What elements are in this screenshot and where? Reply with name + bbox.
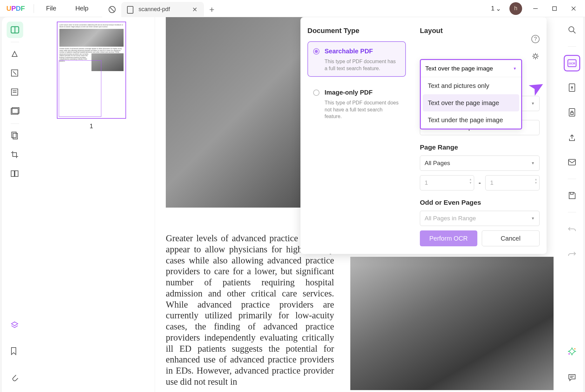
email-tool[interactable] xyxy=(564,154,580,170)
ai-sparkle-icon xyxy=(567,347,577,356)
ai-tool[interactable] xyxy=(564,343,580,360)
document-canvas[interactable]: − 25% ▾ + Greater levels of advanced pra… xyxy=(155,17,583,392)
app-logo: UPDF xyxy=(0,4,31,13)
window-maximize-button[interactable] xyxy=(546,1,563,16)
range-from-stepper[interactable]: ▲▼ xyxy=(469,178,472,184)
help-button[interactable]: ? xyxy=(531,35,540,43)
bookmark-tool[interactable] xyxy=(7,343,23,360)
thumbnail-page-number: 1 xyxy=(90,123,93,130)
attachment-tool[interactable] xyxy=(7,369,23,386)
save-tool[interactable] xyxy=(564,187,580,204)
organize-tool[interactable] xyxy=(7,103,23,120)
pages-tool[interactable] xyxy=(7,128,23,144)
tab-blank[interactable] xyxy=(102,2,121,17)
compare-tool[interactable] xyxy=(7,166,23,182)
doc-type-searchable[interactable]: Searchable PDF This type of PDF document… xyxy=(307,41,406,77)
highlighter-icon xyxy=(10,50,20,59)
titlebar: UPDF File Help scanned-pdf ✕ ＋ 1 ⌄ h xyxy=(0,0,585,17)
layers-tool[interactable] xyxy=(7,317,23,334)
reader-tool[interactable] xyxy=(7,22,23,38)
range-from-value: 1 xyxy=(425,179,428,186)
range-to-stepper[interactable]: ▲▼ xyxy=(535,178,537,184)
page-thumbnail-1[interactable]: Lorem ipsum dolor sit amet consectetur a… xyxy=(57,22,126,119)
export-icon xyxy=(568,83,576,93)
compare-icon xyxy=(10,169,20,179)
form-tool[interactable] xyxy=(7,84,23,101)
page-range-heading: Page Range xyxy=(420,143,540,151)
svg-point-20 xyxy=(569,27,574,32)
highlight-tool[interactable] xyxy=(7,46,23,63)
odd-even-select[interactable]: All Pages in Range ▼ xyxy=(420,211,540,226)
right-toolbar: OCR xyxy=(559,17,585,392)
organize-icon xyxy=(10,107,20,116)
maximize-icon xyxy=(552,6,557,11)
svg-rect-15 xyxy=(12,132,16,138)
svg-point-29 xyxy=(568,353,570,355)
separator xyxy=(568,212,576,212)
thumbnail-selection-box xyxy=(59,60,101,117)
undo-tool[interactable] xyxy=(564,221,580,237)
page-photo-2 xyxy=(350,257,554,390)
tab-new-button[interactable]: ＋ xyxy=(204,2,220,17)
comment-tool[interactable] xyxy=(564,369,580,386)
search-icon xyxy=(568,25,576,34)
form-icon xyxy=(10,88,20,97)
ocr-panel-left: Document Type Searchable PDF This type o… xyxy=(300,27,413,254)
doc-type-searchable-desc: This type of PDF document has a full tex… xyxy=(325,58,400,72)
radio-image-only[interactable] xyxy=(313,90,319,96)
range-to-input[interactable]: 1 ▲▼ xyxy=(485,175,540,190)
left-toolbar xyxy=(2,17,28,392)
layout-heading: Layout xyxy=(420,27,540,35)
tab-close-button[interactable]: ✕ xyxy=(192,6,198,13)
radio-searchable[interactable] xyxy=(313,48,319,55)
crop-tool[interactable] xyxy=(7,147,23,163)
window-count-dropdown[interactable]: 1 ⌄ xyxy=(487,5,505,12)
svg-point-28 xyxy=(574,348,575,349)
layout-option-1[interactable]: Text over the page image xyxy=(423,94,519,111)
comment-icon xyxy=(568,373,576,382)
chevron-down-icon: ⌄ xyxy=(496,5,501,12)
pdf-doc-icon xyxy=(127,6,133,13)
tab-scanned-pdf[interactable]: scanned-pdf ✕ xyxy=(121,2,204,17)
doc-type-image-only-desc: This type of PDF document does not have … xyxy=(325,99,400,120)
separator xyxy=(11,123,19,124)
page-range-value: All Pages xyxy=(425,160,450,167)
menu-help[interactable]: Help xyxy=(66,5,98,12)
redo-icon xyxy=(568,250,576,257)
edit-text-icon xyxy=(10,69,20,78)
menu-file[interactable]: File xyxy=(37,5,66,12)
chevron-down-icon: ▼ xyxy=(531,216,535,221)
svg-rect-18 xyxy=(15,171,18,176)
perform-ocr-button[interactable]: Perform OCR xyxy=(420,230,477,246)
export-tool[interactable] xyxy=(564,80,580,96)
workspace: Lorem ipsum dolor sit amet consectetur a… xyxy=(2,17,583,392)
page-range-select[interactable]: All Pages ▼ xyxy=(420,156,540,171)
edit-text-tool[interactable] xyxy=(7,65,23,82)
doc-type-searchable-title: Searchable PDF xyxy=(325,48,400,55)
settings-button[interactable] xyxy=(531,52,540,62)
svg-rect-17 xyxy=(11,171,14,176)
ocr-tool[interactable]: OCR xyxy=(564,55,580,71)
window-close-button[interactable] xyxy=(565,1,582,16)
layout-option-0[interactable]: Text and pictures only xyxy=(421,77,521,94)
share-tool[interactable] xyxy=(564,129,580,146)
search-tool[interactable] xyxy=(564,22,580,38)
gear-icon xyxy=(531,52,540,60)
crop-icon xyxy=(10,150,20,160)
protect-tool[interactable] xyxy=(564,104,580,121)
range-from-input[interactable]: 1 ▲▼ xyxy=(420,175,474,190)
window-minimize-button[interactable] xyxy=(527,1,544,16)
range-to-value: 1 xyxy=(490,179,494,186)
page-body-text: Greater levels of advanced practice cove… xyxy=(166,233,334,388)
cancel-button[interactable]: Cancel xyxy=(482,230,540,246)
user-avatar[interactable]: h xyxy=(509,2,522,15)
redo-tool[interactable] xyxy=(564,245,580,262)
tab-strip: scanned-pdf ✕ ＋ xyxy=(102,0,220,17)
blank-doc-icon xyxy=(108,5,116,14)
svg-text:OCR: OCR xyxy=(569,62,575,65)
layout-option-2[interactable]: Text under the page image xyxy=(421,111,521,129)
layout-selected-value[interactable]: Text over the page image ▼ xyxy=(421,60,521,77)
thumbnail-panel: Lorem ipsum dolor sit amet consectetur a… xyxy=(28,17,155,392)
doc-type-image-only[interactable]: Image-only PDF This type of PDF document… xyxy=(307,83,406,125)
svg-rect-4 xyxy=(553,7,556,10)
